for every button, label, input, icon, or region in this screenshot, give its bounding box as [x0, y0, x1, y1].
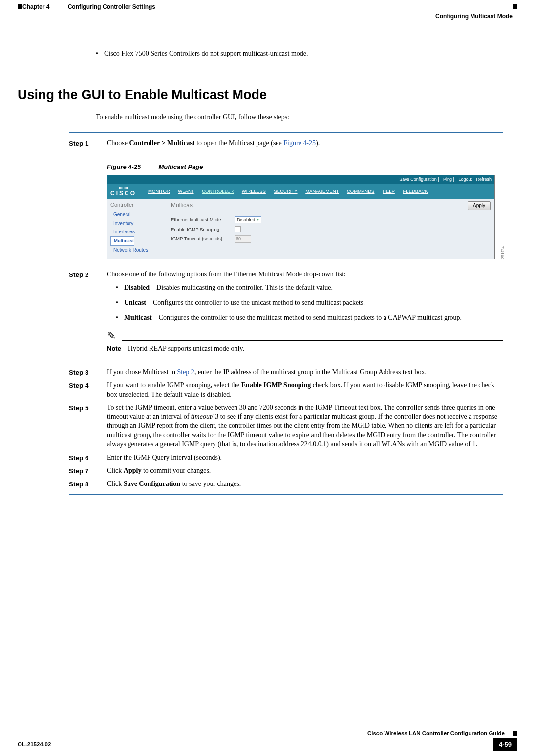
note-icon: ✎	[107, 331, 122, 342]
gui-apply-button[interactable]: Apply	[468, 201, 491, 210]
step-row: Step 2 Choose one of the following optio…	[69, 270, 503, 360]
gui-row-igmp-timeout: IGMP Timeout (seconds) 60	[171, 235, 491, 242]
gui-label: Ethernet Multicast Mode	[171, 217, 235, 223]
bullet-icon: •	[96, 49, 98, 59]
gui-label: IGMP Timeout (seconds)	[171, 236, 235, 242]
gui-figure: Save Configuration | Ping | Logout Refre…	[107, 175, 495, 259]
section-heading: Using the GUI to Enable Multicast Mode	[18, 86, 503, 104]
step-row: Step 1 Choose Controller > Multicast to …	[69, 139, 503, 148]
gui-menu-feedback[interactable]: FEEDBACK	[403, 189, 428, 194]
gui-utility-bar: Save Configuration | Ping | Logout Refre…	[107, 175, 494, 183]
step-body: If you chose Multicast in Step 2, enter …	[107, 368, 503, 377]
gui-menu-commands[interactable]: COMMANDS	[347, 189, 374, 194]
step-row: Step 3 If you chose Multicast in Step 2,…	[69, 368, 503, 377]
gui-side-multicast[interactable]: Multicast	[110, 236, 134, 246]
figure-caption: Figure 4-25 Multicast Page Save Configur…	[69, 152, 503, 259]
cisco-logo: ıılıılıı CISCO	[110, 186, 141, 198]
intro-paragraph: To enable multicast mode using the contr…	[96, 113, 503, 122]
step-row: Step 7 Click Apply to commit your change…	[69, 466, 503, 476]
step-body: If you want to enable IGMP snooping, sel…	[107, 381, 503, 399]
step-body: Enter the IGMP Query Interval (seconds).	[107, 453, 503, 462]
gui-menu-help[interactable]: HELP	[383, 189, 395, 194]
header-ornament	[18, 4, 22, 9]
step-body: Click Apply to commit your changes.	[107, 466, 503, 476]
gui-menu-security[interactable]: SECURITY	[274, 189, 298, 194]
chapter-title: Configuring Controller Settings	[51, 3, 155, 10]
step-body: Click Save Configuration to save your ch…	[107, 480, 503, 489]
section-title: Configuring Multicast Mode	[435, 12, 513, 20]
bullet-icon: •	[116, 314, 118, 323]
gui-menu-wlans[interactable]: WLANs	[178, 189, 193, 194]
bullet-icon: •	[116, 298, 118, 308]
step-label: Step 6	[69, 453, 107, 462]
step-row: Step 8 Click Save Configuration to save …	[69, 480, 503, 489]
footer-ornament	[513, 731, 517, 736]
gui-row-ethernet-mode: Ethernet Multicast Mode Disabled▾	[171, 216, 491, 224]
gui-row-igmp-snooping: Enable IGMP Snooping	[171, 226, 491, 232]
gui-refresh-link[interactable]: Refresh	[476, 177, 492, 182]
gui-menu-wireless[interactable]: WIRELESS	[242, 189, 266, 194]
gui-side-inventory[interactable]: Inventory	[110, 219, 163, 228]
step-body: Choose Controller > Multicast to open th…	[107, 139, 503, 148]
chevron-down-icon: ▾	[257, 217, 259, 223]
list-item: • Unicast—Configures the controller to u…	[116, 298, 503, 308]
note-rule	[107, 357, 503, 357]
figure-title: Multicast Page	[158, 163, 203, 170]
gui-label: Enable IGMP Snooping	[171, 227, 235, 233]
note-block: ✎ Note Hybrid REAP supports unicast mode…	[107, 331, 503, 357]
note-label: Note	[107, 344, 121, 354]
step-label: Step 2	[69, 270, 107, 360]
gui-ping-link[interactable]: Ping	[443, 177, 452, 182]
gui-menu-management[interactable]: MANAGEMENT	[305, 189, 339, 194]
step-label: Step 4	[69, 381, 107, 399]
step-label: Step 8	[69, 480, 107, 489]
footer-doc-id: OL-21524-02	[18, 741, 51, 749]
bullet-text: Cisco Flex 7500 Series Controllers do no…	[104, 49, 503, 59]
step-body: Choose one of the following options from…	[107, 270, 503, 360]
note-text: Hybrid REAP supports unicast mode only.	[128, 344, 503, 354]
gui-menu-controller[interactable]: CONTROLLER	[202, 189, 234, 194]
chapter-number: Chapter 4	[22, 3, 49, 10]
gui-sidebar: Controller General Inventory Interfaces …	[107, 199, 166, 259]
gui-side-network-routes[interactable]: Network Routes	[110, 246, 163, 254]
gui-igmp-snooping-checkbox[interactable]	[235, 226, 241, 232]
gui-menu-bar: ıılıılıı CISCO MONITOR WLANs CONTROLLER …	[107, 184, 494, 200]
gui-main: Multicast Apply Ethernet Multicast Mode …	[166, 199, 494, 259]
bullet-icon: •	[116, 283, 118, 293]
step-label: Step 3	[69, 368, 107, 377]
header-ornament	[513, 4, 517, 9]
gui-page-title: Multicast	[171, 201, 491, 209]
figure-number: Figure 4-25	[107, 163, 141, 170]
gui-save-config-link[interactable]: Save Configuration	[399, 177, 437, 182]
gui-ethernet-mode-select[interactable]: Disabled▾	[235, 216, 261, 224]
gui-side-interfaces[interactable]: Interfaces	[110, 228, 163, 236]
list-item: • Cisco Flex 7500 Series Controllers do …	[96, 49, 503, 59]
list-item: • Multicast—Configures the controller to…	[116, 314, 503, 323]
step-body: To set the IGMP timeout, enter a value b…	[107, 403, 503, 449]
step-label: Step 1	[69, 139, 107, 148]
list-item: • Disabled—Disables multicasting on the …	[116, 283, 503, 293]
gui-logout-link[interactable]: Logout	[458, 177, 472, 182]
step-crossref-link[interactable]: Step 2	[177, 368, 194, 376]
note-rule	[122, 340, 503, 341]
gui-menu-monitor[interactable]: MONITOR	[148, 189, 170, 194]
step-label: Step 7	[69, 466, 107, 476]
page-number: 4-59	[493, 738, 517, 751]
step-row: Step 6 Enter the IGMP Query Interval (se…	[69, 453, 503, 462]
step-row: Step 4 If you want to enable IGMP snoopi…	[69, 381, 503, 399]
gui-side-general[interactable]: General	[110, 210, 163, 219]
step-label: Step 5	[69, 403, 107, 449]
gui-igmp-timeout-input[interactable]: 60	[235, 235, 251, 242]
footer-guide-title: Cisco Wireless LAN Controller Configurat…	[367, 730, 505, 737]
step-rule	[69, 494, 503, 495]
figure-id-code: 251934	[500, 246, 506, 259]
step-rule	[69, 132, 503, 133]
gui-sidebar-header: Controller	[110, 201, 163, 209]
figure-link[interactable]: Figure 4-25	[283, 139, 316, 147]
footer-rule	[18, 737, 517, 737]
step-row: Step 5 To set the IGMP timeout, enter a …	[69, 403, 503, 449]
